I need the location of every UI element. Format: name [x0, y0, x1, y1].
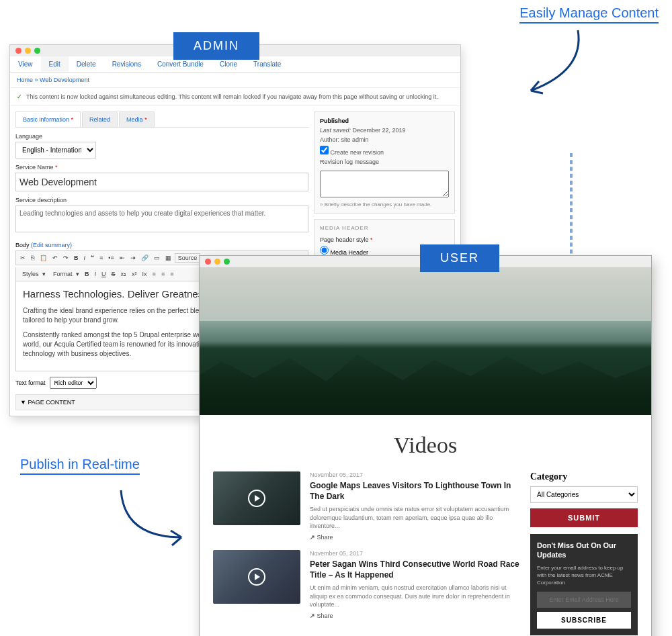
service-name-label: Service Name *	[15, 164, 308, 171]
arrow-top	[511, 24, 591, 104]
article-item[interactable]: November 05, 2017 Google Maps Leaves Vis…	[213, 471, 519, 541]
author-row: Author: site admin	[320, 136, 449, 143]
edit-summary-link[interactable]: (Edit summary)	[31, 242, 72, 248]
tool-sup-icon[interactable]: x²	[130, 269, 139, 279]
tool-source[interactable]: Source	[175, 253, 201, 263]
check-icon: ✓	[17, 93, 22, 100]
tab-revisions[interactable]: Revisions	[104, 56, 149, 72]
tool-redo-icon[interactable]: ↷	[61, 253, 71, 263]
category-select[interactable]: All Categories	[530, 486, 638, 503]
tool-align-left-icon[interactable]: ≡	[151, 269, 158, 279]
format-dropdown[interactable]: Format ▾	[49, 269, 81, 279]
tool-bold2-icon[interactable]: B	[83, 269, 91, 279]
admin-sub-tabs: Basic information * Related Media *	[15, 111, 308, 128]
callout-manage-content: Easily Manage Content	[519, 5, 659, 24]
text-format-label: Text format	[15, 379, 46, 386]
subscribe-button[interactable]: SUBSCRIBE	[537, 612, 631, 629]
tool-table-icon[interactable]: ▦	[163, 253, 173, 263]
tool-align-right-icon[interactable]: ≡	[168, 269, 175, 279]
tool-bold-icon[interactable]: B	[72, 253, 81, 263]
tool-sub-icon[interactable]: x₂	[119, 269, 129, 279]
newsletter-box: Don't Miss Out On Our Updates Enter your…	[530, 534, 638, 635]
tool-strike-icon[interactable]: S	[110, 269, 118, 279]
label-admin: ADMIN	[173, 32, 259, 60]
share-link[interactable]: Share	[310, 534, 519, 541]
video-thumbnail[interactable]	[213, 550, 300, 604]
connector-dashed	[570, 153, 573, 267]
play-icon	[248, 490, 265, 507]
lock-notice: ✓ This content is now locked against sim…	[10, 88, 460, 106]
breadcrumb[interactable]: Home » Web Development	[10, 73, 460, 88]
page-title: Videos	[200, 415, 651, 471]
tool-italic2-icon[interactable]: I	[93, 269, 99, 279]
tool-align-center-icon[interactable]: ≡	[159, 269, 167, 279]
article-excerpt: Ut enim ad minim veniam, quis nostrud ex…	[310, 584, 519, 609]
tool-underline-icon[interactable]: U	[99, 269, 108, 279]
label-user: USER	[420, 244, 499, 272]
user-sidebar: Category All Categories SUBMIT Don't Mis…	[530, 471, 638, 635]
share-link[interactable]: Share	[310, 612, 519, 619]
create-revision-checkbox[interactable]	[320, 146, 329, 154]
submit-button[interactable]: SUBMIT	[530, 508, 638, 527]
tool-paste-icon[interactable]: 📋	[38, 253, 49, 263]
subtab-media[interactable]: Media *	[119, 111, 155, 127]
tool-link-icon[interactable]: 🔗	[139, 253, 151, 263]
last-saved-row: Last saved: December 22, 2019	[320, 127, 449, 134]
tool-indent-icon[interactable]: ⇥	[128, 253, 138, 263]
callout-publish-realtime: Publish in Real-time	[20, 457, 140, 475]
tool-outdent-icon[interactable]: ⇤	[118, 253, 127, 263]
body-label: Body (Edit summary)	[15, 242, 308, 248]
user-window: Videos November 05, 2017 Google Maps Lea…	[199, 255, 652, 636]
lock-notice-text: This content is now locked against simul…	[26, 93, 438, 100]
article-title[interactable]: Google Maps Leaves Visitors To Lighthous…	[310, 481, 519, 502]
tool-clear-icon[interactable]: Ix	[140, 269, 149, 279]
hero-image	[200, 267, 651, 415]
article-date: November 05, 2017	[310, 471, 519, 478]
tab-edit[interactable]: Edit	[41, 56, 69, 72]
tool-copy-icon[interactable]: ⎘	[29, 253, 36, 263]
tool-list-ul-icon[interactable]: •≡	[106, 253, 116, 263]
publish-title: Published	[320, 118, 449, 124]
tab-delete[interactable]: Delete	[69, 56, 104, 72]
service-desc-label: Service description	[15, 197, 308, 203]
page-header-style-label: Page header style *	[320, 236, 449, 243]
service-name-input[interactable]	[15, 173, 308, 191]
revision-hint: » Briefly describe the changes you have …	[320, 201, 449, 208]
styles-dropdown[interactable]: Styles ▾	[18, 269, 48, 279]
email-input[interactable]	[537, 592, 631, 608]
play-icon	[248, 568, 265, 586]
tool-image-icon[interactable]: ▭	[152, 253, 162, 263]
tool-undo-icon[interactable]: ↶	[50, 253, 60, 263]
tool-quote-icon[interactable]: ❝	[89, 253, 96, 263]
language-select[interactable]: English - International	[15, 142, 96, 158]
revision-log-textarea[interactable]	[320, 171, 449, 197]
text-format-select[interactable]: Rich editor	[50, 377, 97, 389]
tool-list-ol-icon[interactable]: ≡	[97, 253, 105, 263]
create-revision-row[interactable]: Create new revision	[320, 146, 449, 156]
category-heading: Category	[530, 471, 638, 482]
arrow-left	[114, 477, 195, 557]
article-item[interactable]: November 05, 2017 Peter Sagan Wins Third…	[213, 550, 519, 619]
service-desc-textarea[interactable]: Leading technologies and assets to help …	[15, 206, 308, 232]
newsletter-title: Don't Miss Out On Our Updates	[537, 541, 631, 560]
article-excerpt: Sed ut perspiciatis unde omnis iste natu…	[310, 505, 519, 531]
language-label: Language	[15, 133, 308, 140]
revision-log-label: Revision log message	[320, 158, 449, 165]
subtab-related[interactable]: Related	[82, 111, 118, 127]
article-date: November 05, 2017	[310, 550, 519, 557]
publish-box: Published Last saved: December 22, 2019 …	[314, 111, 455, 214]
article-list: November 05, 2017 Google Maps Leaves Vis…	[213, 471, 519, 635]
tool-cut-icon[interactable]: ✂	[18, 253, 28, 263]
tab-view[interactable]: View	[10, 56, 41, 72]
media-header-label: MEDIA HEADER	[320, 225, 449, 231]
subtab-basic[interactable]: Basic information *	[15, 111, 81, 127]
tool-italic-icon[interactable]: I	[82, 253, 88, 263]
video-thumbnail[interactable]	[213, 471, 300, 525]
article-title[interactable]: Peter Sagan Wins Third Consecutive World…	[310, 559, 519, 580]
newsletter-text: Enter your email address to keep up with…	[537, 564, 631, 587]
